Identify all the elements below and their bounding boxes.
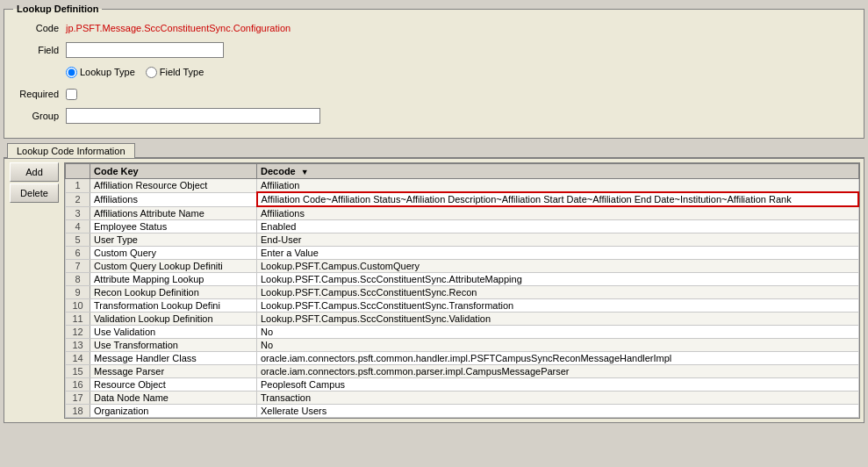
td-decode[interactable]: Lookup.PSFT.Campus.SccConstituentSync.Re…: [257, 286, 859, 299]
table-row[interactable]: 4Employee StatusEnabled: [66, 220, 859, 234]
td-code-key[interactable]: Attribute Mapping Lookup: [90, 273, 257, 286]
add-button[interactable]: Add: [10, 162, 59, 182]
lookup-code-content: Add Delete Code Key: [4, 158, 864, 423]
td-row-num: 5: [66, 234, 90, 247]
td-code-key[interactable]: Affiliations: [90, 192, 257, 206]
td-code-key[interactable]: User Type: [90, 234, 257, 247]
delete-button[interactable]: Delete: [10, 183, 59, 203]
td-decode[interactable]: Lookup.PSFT.Campus.SccConstituentSync.Tr…: [257, 299, 859, 313]
th-code-key[interactable]: Code Key: [90, 164, 257, 179]
required-checkbox[interactable]: [66, 89, 77, 100]
td-row-num: 16: [66, 378, 90, 392]
td-row-num: 9: [66, 286, 90, 299]
code-value: jp.PSFT.Message.SccConstituentSync.Confi…: [66, 23, 291, 33]
table-row[interactable]: 8Attribute Mapping LookupLookup.PSFT.Cam…: [66, 273, 859, 286]
td-row-num: 13: [66, 339, 90, 352]
td-decode[interactable]: Lookup.PSFT.Campus.CustomQuery: [257, 260, 859, 273]
lookup-code-tab[interactable]: Lookup Code Information: [7, 143, 135, 158]
td-decode[interactable]: Enter a Value: [257, 247, 859, 260]
table-row[interactable]: 6Custom QueryEnter a Value: [66, 247, 859, 260]
td-code-key[interactable]: Transformation Lookup Defini: [90, 299, 257, 313]
td-code-key[interactable]: Message Parser: [90, 365, 257, 378]
td-row-num: 7: [66, 260, 90, 273]
td-code-key[interactable]: Custom Query: [90, 247, 257, 260]
td-decode[interactable]: End-User: [257, 234, 859, 247]
table-header-row: Code Key Decode ▼: [66, 164, 859, 179]
td-code-key[interactable]: Employee Status: [90, 220, 257, 234]
table-row[interactable]: 16Resource ObjectPeoplesoft Campus: [66, 378, 859, 392]
td-code-key[interactable]: Affiliations Attribute Name: [90, 206, 257, 220]
td-decode[interactable]: Enabled: [257, 220, 859, 234]
td-row-num: 14: [66, 352, 90, 365]
td-decode[interactable]: oracle.iam.connectors.psft.common.handle…: [257, 352, 859, 365]
table-row[interactable]: 15Message Parseroracle.iam.connectors.ps…: [66, 365, 859, 378]
td-row-num: 1: [66, 179, 90, 193]
td-row-num: 17: [66, 392, 90, 405]
outer-container: Lookup Definition Code jp.PSFT.Message.S…: [0, 0, 868, 467]
td-decode[interactable]: Affiliation Code~Affiliation Status~Affi…: [257, 192, 859, 206]
required-row: Required: [13, 85, 855, 103]
table-row[interactable]: 7Custom Query Lookup DefinitiLookup.PSFT…: [66, 260, 859, 273]
field-row: Field: [13, 41, 855, 59]
table-row[interactable]: 11Validation Lookup DefinitionLookup.PSF…: [66, 313, 859, 326]
td-code-key[interactable]: Validation Lookup Definition: [90, 313, 257, 326]
td-code-key[interactable]: Organization: [90, 405, 257, 418]
td-code-key[interactable]: Use Transformation: [90, 339, 257, 352]
field-type-radio-label[interactable]: Field Type: [146, 67, 204, 78]
table-row[interactable]: 13Use TransformationNo: [66, 339, 859, 352]
table-row[interactable]: 5User TypeEnd-User: [66, 234, 859, 247]
td-decode[interactable]: oracle.iam.connectors.psft.common.parser…: [257, 365, 859, 378]
td-row-num: 2: [66, 192, 90, 206]
td-row-num: 3: [66, 206, 90, 220]
lookup-definition-section: Lookup Definition Code jp.PSFT.Message.S…: [4, 4, 864, 139]
type-radio-group: Lookup Type Field Type: [66, 67, 204, 78]
group-input[interactable]: PSFT Campus: [66, 108, 320, 124]
td-decode[interactable]: Lookup.PSFT.Campus.SccConstituentSync.Va…: [257, 313, 859, 326]
td-decode[interactable]: Lookup.PSFT.Campus.SccConstituentSync.At…: [257, 273, 859, 286]
table-row[interactable]: 1Affiliation Resource ObjectAffiliation: [66, 179, 859, 193]
lookup-table: Code Key Decode ▼ 1Affiliation Resource …: [65, 163, 859, 418]
td-code-key[interactable]: Resource Object: [90, 378, 257, 392]
td-decode[interactable]: Peoplesoft Campus: [257, 378, 859, 392]
td-code-key[interactable]: Recon Lookup Definition: [90, 286, 257, 299]
td-decode[interactable]: Affiliation: [257, 179, 859, 193]
th-decode[interactable]: Decode ▼: [257, 164, 859, 179]
td-decode[interactable]: No: [257, 339, 859, 352]
td-row-num: 4: [66, 220, 90, 234]
lookup-type-radio-label[interactable]: Lookup Type: [66, 67, 135, 78]
field-type-label: Field Type: [160, 67, 204, 77]
table-row[interactable]: 12Use ValidationNo: [66, 326, 859, 339]
lookup-definition-title: Lookup Definition: [13, 4, 102, 14]
td-decode[interactable]: Transaction: [257, 392, 859, 405]
tab-bar: Lookup Code Information: [4, 142, 864, 158]
sort-icon: ▼: [301, 168, 309, 176]
field-type-radio[interactable]: [146, 67, 157, 78]
field-input[interactable]: [66, 42, 224, 58]
table-row[interactable]: 2AffiliationsAffiliation Code~Affiliatio…: [66, 192, 859, 206]
lookup-type-radio[interactable]: [66, 67, 77, 78]
td-code-key[interactable]: Use Validation: [90, 326, 257, 339]
code-row: Code jp.PSFT.Message.SccConstituentSync.…: [13, 19, 855, 37]
lookup-type-label: Lookup Type: [80, 67, 135, 77]
td-code-key[interactable]: Message Handler Class: [90, 352, 257, 365]
table-row[interactable]: 10Transformation Lookup DefiniLookup.PSF…: [66, 299, 859, 313]
table-row[interactable]: 9Recon Lookup DefinitionLookup.PSFT.Camp…: [66, 286, 859, 299]
td-code-key[interactable]: Custom Query Lookup Definiti: [90, 260, 257, 273]
td-row-num: 6: [66, 247, 90, 260]
table-row[interactable]: 18OrganizationXellerate Users: [66, 405, 859, 418]
td-row-num: 15: [66, 365, 90, 378]
td-row-num: 12: [66, 326, 90, 339]
table-row[interactable]: 14Message Handler Classoracle.iam.connec…: [66, 352, 859, 365]
td-decode[interactable]: No: [257, 326, 859, 339]
td-code-key[interactable]: Data Node Name: [90, 392, 257, 405]
table-row[interactable]: 3Affiliations Attribute NameAffiliations: [66, 206, 859, 220]
th-rownum: [66, 164, 90, 179]
th-code-key-label: Code Key: [94, 166, 139, 176]
table-row[interactable]: 17Data Node NameTransaction: [66, 392, 859, 405]
td-row-num: 11: [66, 313, 90, 326]
td-decode[interactable]: Affiliations: [257, 206, 859, 220]
lookup-code-section: Lookup Code Information Add Delete: [4, 142, 864, 423]
td-code-key[interactable]: Affiliation Resource Object: [90, 179, 257, 193]
td-decode[interactable]: Xellerate Users: [257, 405, 859, 418]
field-label: Field: [13, 45, 66, 55]
